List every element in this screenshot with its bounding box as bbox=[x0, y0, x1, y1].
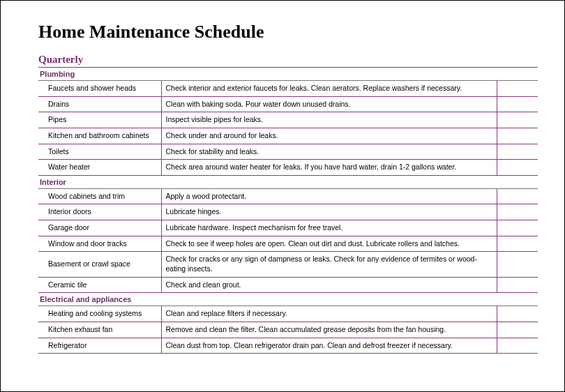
item-name: Water heater bbox=[38, 160, 161, 176]
table-row: PipesInspect visible pipes for leaks. bbox=[38, 112, 538, 128]
check-cell bbox=[497, 338, 538, 354]
item-name: Drains bbox=[38, 96, 161, 112]
check-cell bbox=[497, 81, 538, 97]
check-cell bbox=[497, 220, 538, 236]
item-name: Basement or crawl space bbox=[38, 252, 161, 277]
page-container: Home Maintenance Schedule Quarterly Plum… bbox=[2, 2, 563, 390]
item-name: Garage door bbox=[38, 220, 161, 236]
table-row: Kitchen and bathroom cabinetsCheck under… bbox=[38, 128, 538, 144]
item-description: Check to see if weep holes are open. Cle… bbox=[161, 236, 497, 252]
check-cell bbox=[497, 204, 538, 220]
item-description: Check for stability and leaks. bbox=[161, 144, 497, 160]
check-cell bbox=[497, 128, 538, 144]
table-row: Basement or crawl spaceCheck for cracks … bbox=[38, 252, 538, 277]
item-name: Ceramic tile bbox=[38, 277, 161, 293]
section-header: Electrical and appliances bbox=[38, 293, 538, 306]
section-header: Interior bbox=[38, 175, 538, 188]
item-description: Clean dust from top. Clean refrigerator … bbox=[161, 338, 497, 354]
check-cell bbox=[497, 277, 538, 293]
item-name: Refrigerator bbox=[38, 338, 161, 354]
item-description: Check under and around for leaks. bbox=[161, 128, 497, 144]
page-title: Home Maintenance Schedule bbox=[38, 22, 538, 43]
table-row: Water heaterCheck area around water heat… bbox=[38, 160, 538, 176]
table-row: DrainsClean with baking soda. Pour water… bbox=[38, 96, 538, 112]
check-cell bbox=[497, 188, 538, 204]
schedule-table: PlumbingFaucets and shower headsCheck in… bbox=[38, 68, 538, 354]
item-description: Lubricate hinges. bbox=[161, 204, 497, 220]
item-name: Kitchen and bathroom cabinets bbox=[38, 128, 161, 144]
section-title: Interior bbox=[38, 175, 538, 188]
item-description: Lubricate hardware. Inspect mechanism fo… bbox=[161, 220, 497, 236]
check-cell bbox=[497, 252, 538, 277]
item-description: Check and clean grout. bbox=[161, 277, 497, 293]
check-cell bbox=[497, 160, 538, 176]
table-row: Wood cabinets and trimApply a wood prote… bbox=[38, 188, 538, 204]
check-cell bbox=[497, 306, 538, 322]
check-cell bbox=[497, 144, 538, 160]
page-subtitle: Quarterly bbox=[38, 54, 538, 68]
item-name: Toilets bbox=[38, 144, 161, 160]
table-row: Heating and cooling systemsClean and rep… bbox=[38, 306, 538, 322]
check-cell bbox=[497, 322, 538, 338]
item-name: Pipes bbox=[38, 112, 161, 128]
table-row: Faucets and shower headsCheck interior a… bbox=[38, 81, 538, 97]
item-description: Clean with baking soda. Pour water down … bbox=[161, 96, 497, 112]
table-row: ToiletsCheck for stability and leaks. bbox=[38, 144, 538, 160]
item-description: Check for cracks or any sign of dampness… bbox=[161, 252, 497, 277]
item-name: Faucets and shower heads bbox=[38, 81, 161, 97]
check-cell bbox=[497, 112, 538, 128]
item-description: Check area around water heater for leaks… bbox=[161, 160, 497, 176]
item-name: Wood cabinets and trim bbox=[38, 188, 161, 204]
table-row: RefrigeratorClean dust from top. Clean r… bbox=[38, 338, 538, 354]
item-description: Remove and clean the filter. Clean accum… bbox=[161, 322, 497, 338]
table-row: Garage doorLubricate hardware. Inspect m… bbox=[38, 220, 538, 236]
table-row: Kitchen exhaust fanRemove and clean the … bbox=[38, 322, 538, 338]
section-header: Plumbing bbox=[38, 68, 538, 81]
table-row: Interior doorsLubricate hinges. bbox=[38, 204, 538, 220]
table-row: Window and door tracksCheck to see if we… bbox=[38, 236, 538, 252]
table-row: Ceramic tileCheck and clean grout. bbox=[38, 277, 538, 293]
item-name: Window and door tracks bbox=[38, 236, 161, 252]
item-name: Interior doors bbox=[38, 204, 161, 220]
item-description: Apply a wood protectant. bbox=[161, 188, 497, 204]
section-title: Plumbing bbox=[38, 68, 538, 81]
item-description: Inspect visible pipes for leaks. bbox=[161, 112, 497, 128]
item-description: Check interior and exterior faucets for … bbox=[161, 81, 497, 97]
check-cell bbox=[497, 96, 538, 112]
check-cell bbox=[497, 236, 538, 252]
item-name: Kitchen exhaust fan bbox=[38, 322, 161, 338]
item-description: Clean and replace filters if necessary. bbox=[161, 306, 497, 322]
section-title: Electrical and appliances bbox=[38, 293, 538, 306]
item-name: Heating and cooling systems bbox=[38, 306, 161, 322]
